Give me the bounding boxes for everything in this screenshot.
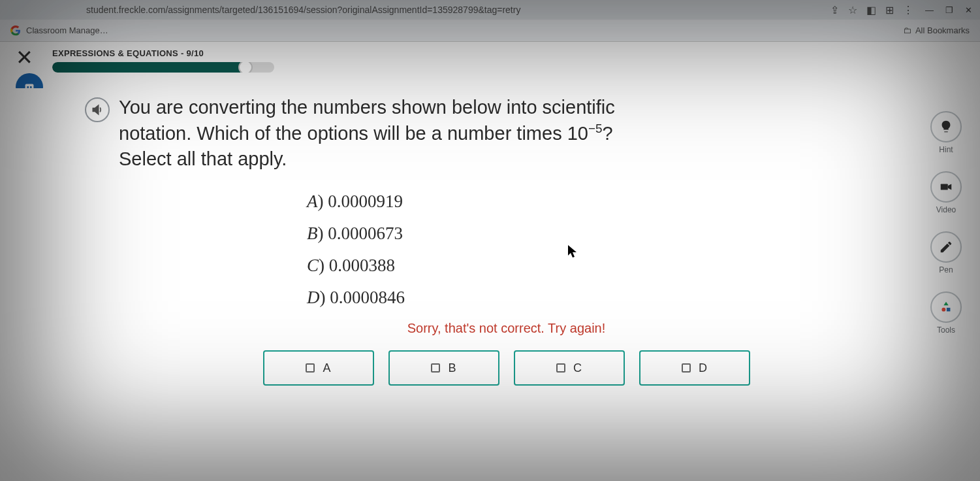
svg-point-7: [941, 308, 945, 312]
right-toolbar: Hint Video Pen Tools: [930, 111, 962, 335]
answer-a-button[interactable]: A: [263, 350, 374, 386]
read-aloud-button[interactable]: [85, 97, 110, 122]
answer-label: B: [448, 361, 456, 375]
shapes-icon: [939, 300, 953, 314]
tool-label: Pen: [939, 265, 953, 274]
progress-bar: [52, 62, 274, 73]
progress-thumb: [238, 62, 253, 73]
app-header: ✕ EXPRESSIONS & EQUATIONS - 9/10: [0, 42, 980, 88]
checkbox-icon: [682, 363, 691, 373]
window-minimize-icon[interactable]: —: [925, 5, 934, 15]
browser-address-bar: student.freckle.com/assignments/targeted…: [0, 0, 980, 20]
video-icon: [939, 180, 953, 194]
choice-letter: D: [307, 288, 320, 307]
progress-fill: [52, 62, 245, 73]
lightbulb-icon: [939, 120, 953, 134]
window-close-icon[interactable]: ✕: [965, 5, 972, 15]
share-icon[interactable]: ⇪: [830, 4, 839, 16]
video-tool[interactable]: Video: [930, 171, 962, 214]
checkbox-icon: [556, 363, 565, 373]
choice-value: 0.000388: [329, 256, 395, 275]
choice-value: 0.0000846: [330, 288, 405, 307]
speaker-icon: [91, 103, 104, 116]
choices-list: A) 0.0000919 B) 0.0000673 C) 0.000388 D)…: [85, 191, 928, 308]
svg-rect-8: [947, 308, 951, 312]
tool-label: Hint: [939, 145, 953, 154]
folder-icon: 🗀: [903, 25, 911, 35]
feedback-message: Sorry, that's not correct. Try again!: [85, 321, 928, 336]
puzzle-icon[interactable]: ⊞: [885, 4, 894, 16]
choice-a: A) 0.0000919: [307, 191, 928, 212]
choice-letter: B: [307, 224, 318, 243]
answer-label: D: [699, 361, 707, 375]
answer-label: A: [323, 361, 330, 375]
extension-icon[interactable]: ◧: [866, 4, 876, 16]
choice-letter: A: [307, 191, 318, 211]
topic-label: EXPRESSIONS & EQUATIONS - 9/10: [52, 48, 967, 58]
google-g-icon: [10, 25, 21, 36]
all-bookmarks-label: All Bookmarks: [915, 25, 970, 35]
star-icon[interactable]: ☆: [848, 4, 857, 16]
answer-row: A B C D: [85, 350, 928, 386]
menu-icon[interactable]: ⋮: [903, 4, 913, 16]
choice-value: 0.0000673: [328, 224, 403, 243]
main-content: You are converting the numbers shown bel…: [0, 88, 980, 481]
answer-b-button[interactable]: B: [388, 350, 499, 386]
answer-label: C: [573, 361, 582, 375]
pen-tool[interactable]: Pen: [930, 231, 962, 274]
tool-label: Tools: [937, 325, 955, 335]
window-maximize-icon[interactable]: ❐: [945, 5, 953, 15]
bookmarks-bar: Classroom Manage… 🗀 All Bookmarks: [0, 20, 980, 42]
tool-label: Video: [936, 205, 956, 214]
answer-c-button[interactable]: C: [514, 350, 625, 386]
hint-tool[interactable]: Hint: [930, 111, 962, 154]
pencil-icon: [939, 240, 953, 254]
choice-b: B) 0.0000673: [307, 224, 928, 244]
all-bookmarks-button[interactable]: 🗀 All Bookmarks: [903, 25, 970, 35]
close-button[interactable]: ✕: [16, 47, 33, 68]
svg-rect-5: [941, 184, 948, 190]
checkbox-icon: [306, 363, 315, 373]
question-pre: You are converting the numbers shown bel…: [119, 97, 615, 144]
choice-d: D) 0.0000846: [307, 288, 928, 308]
choice-c: C) 0.000388: [307, 256, 928, 276]
svg-marker-6: [943, 302, 948, 306]
tools-tool[interactable]: Tools: [930, 291, 962, 335]
question-exponent: −5: [588, 122, 603, 135]
bookmark-classroom[interactable]: Classroom Manage…: [26, 25, 108, 35]
url-text[interactable]: student.freckle.com/assignments/targeted…: [86, 5, 520, 15]
choice-letter: C: [307, 256, 319, 275]
checkbox-icon: [431, 363, 440, 373]
question-text: You are converting the numbers shown bel…: [119, 95, 628, 172]
choice-value: 0.0000919: [328, 191, 403, 211]
answer-d-button[interactable]: D: [639, 350, 750, 386]
